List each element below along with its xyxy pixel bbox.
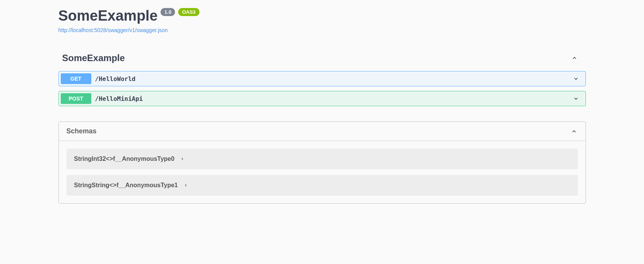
schema-item[interactable]: StringString<>f__AnonymousType1 [67,175,578,196]
operations-list: GET /HelloWorld POST /HelloMiniApi [58,71,586,106]
chevron-right-icon [180,155,184,162]
schemas-title: Schemas [67,127,97,135]
http-method-badge: POST [61,93,91,104]
chevron-right-icon [184,182,188,189]
http-method-badge: GET [61,73,91,84]
version-badge: 1.0 [161,8,175,16]
chevron-down-icon [572,95,580,102]
endpoint-path: /HelloWorld [95,75,572,83]
tag-name: SomeExample [62,53,125,63]
spec-url-link[interactable]: http://localhost:5028/swagger/v1/swagger… [58,27,168,33]
schemas-body: StringInt32<>f__AnonymousType0 StringStr… [59,141,586,203]
chevron-up-icon [570,128,578,135]
chevron-up-icon [571,54,578,62]
schema-item[interactable]: StringInt32<>f__AnonymousType0 [67,149,578,169]
chevron-down-icon [572,75,580,83]
api-title: SomeExample [58,8,158,24]
api-header: SomeExample 1.0 OAS3 http://localhost:50… [58,8,586,34]
schemas-section: Schemas StringInt32<>f__AnonymousType0 S… [58,121,586,204]
oas-badge: OAS3 [178,8,199,16]
operation-post-hellominiapi[interactable]: POST /HelloMiniApi [58,91,586,106]
schema-name: StringInt32<>f__AnonymousType0 [74,155,175,162]
schemas-header[interactable]: Schemas [59,122,586,141]
endpoint-path: /HelloMiniApi [95,95,572,102]
tag-header[interactable]: SomeExample [58,49,586,67]
operation-get-helloworld[interactable]: GET /HelloWorld [58,71,586,86]
tag-section: SomeExample GET /HelloWorld POST /HelloM… [58,49,586,106]
schema-name: StringString<>f__AnonymousType1 [74,182,178,189]
